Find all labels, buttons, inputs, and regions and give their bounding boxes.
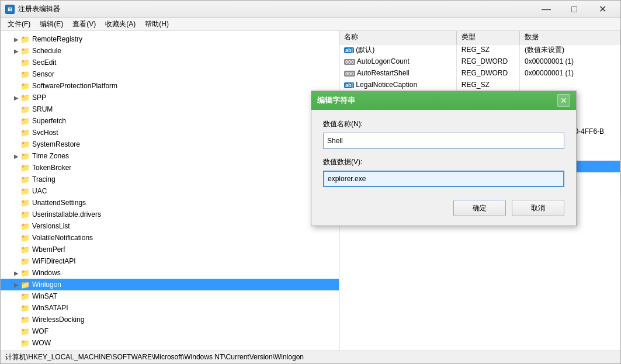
dialog-data-label: 数值数据(V): [323,157,564,167]
dialog-content: 数值名称(N): 数值数据(V): 确定 取消 [311,110,576,226]
dialog-name-input[interactable] [323,133,564,149]
dialog-name-label: 数值名称(N): [323,119,564,129]
main-window: ⊞ 注册表编辑器 — □ ✕ 文件(F) 编辑(E) 查看(V) 收藏夹(A) … [0,0,621,364]
dialog-title-bar: 编辑字符串 ✕ [311,91,576,110]
dialog-cancel-button[interactable]: 取消 [512,200,564,216]
dialog-data-input[interactable] [323,171,564,187]
dialog-overlay: 编辑字符串 ✕ 数值名称(N): 数值数据(V): 确定 取消 [0,0,621,364]
dialog-title: 编辑字符串 [317,95,355,106]
dialog-close-button[interactable]: ✕ [557,94,570,107]
dialog-buttons: 确定 取消 [323,200,564,216]
edit-string-dialog: 编辑字符串 ✕ 数值名称(N): 数值数据(V): 确定 取消 [311,91,577,226]
dialog-ok-button[interactable]: 确定 [453,200,506,216]
